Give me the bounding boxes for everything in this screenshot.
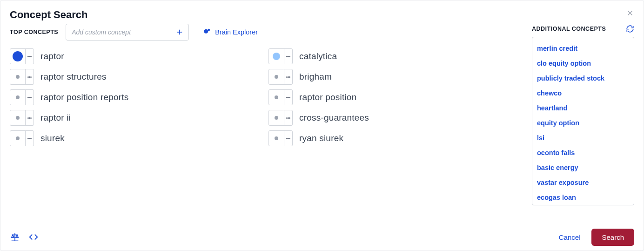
concept-label: raptor position reports xyxy=(40,92,128,102)
additional-concept-item[interactable]: equity option xyxy=(537,115,633,130)
cancel-button[interactable]: Cancel xyxy=(559,233,581,241)
weight-dot-icon xyxy=(273,53,280,60)
concept-weight-toggle[interactable] xyxy=(269,69,284,84)
weight-dot-icon xyxy=(275,75,278,79)
concept-row: catalytica xyxy=(268,46,527,67)
additional-concepts-list[interactable]: merlin creditclo equity optionpublicly t… xyxy=(532,37,634,205)
weight-dot-icon xyxy=(16,95,20,99)
concept-label: raptor xyxy=(40,51,64,61)
concept-weight-toggle[interactable] xyxy=(269,49,284,64)
concept-row: brigham xyxy=(268,67,527,87)
additional-concept-item[interactable]: oconto falls xyxy=(537,145,633,160)
weight-dot-icon xyxy=(275,116,278,120)
concept-menu-button[interactable] xyxy=(25,69,34,84)
additional-concept-item[interactable]: basic energy xyxy=(537,160,633,175)
brain-explorer-link[interactable]: Brain Explorer xyxy=(203,27,258,37)
concept-weight-toggle[interactable] xyxy=(269,131,284,146)
concept-row: raptor xyxy=(10,46,268,67)
concept-menu-button[interactable] xyxy=(25,49,34,64)
concept-label: raptor position xyxy=(299,92,356,102)
concept-row: ryan siurek xyxy=(268,128,527,149)
concept-row: raptor structures xyxy=(10,67,268,87)
additional-concept-item[interactable]: merlin credit xyxy=(537,41,633,56)
concept-label: raptor structures xyxy=(40,72,107,82)
concept-label: ryan siurek xyxy=(299,133,343,143)
weight-dot-icon xyxy=(13,51,23,61)
concept-menu-button[interactable] xyxy=(284,131,292,146)
additional-concepts-label: ADDITIONAL CONCEPTS xyxy=(532,26,606,32)
concept-label: catalytica xyxy=(299,51,337,61)
concept-row: cross-guarantees xyxy=(268,108,527,128)
refresh-icon[interactable] xyxy=(626,25,634,33)
brain-explorer-icon xyxy=(203,27,211,37)
additional-concept-item[interactable]: heartland xyxy=(537,101,633,115)
weight-dot-icon xyxy=(275,136,278,140)
concept-label: siurek xyxy=(40,133,65,143)
concept-menu-button[interactable] xyxy=(284,49,292,64)
additional-concept-item[interactable]: chewco xyxy=(537,86,633,101)
concept-row: raptor position xyxy=(268,87,527,108)
add-concept-input[interactable] xyxy=(71,28,175,36)
concept-weight-toggle[interactable] xyxy=(269,110,284,125)
close-icon[interactable] xyxy=(626,9,634,19)
additional-concept-item[interactable]: clo equity option xyxy=(537,56,633,71)
concept-menu-button[interactable] xyxy=(25,110,34,125)
code-icon[interactable] xyxy=(28,232,39,242)
concept-label: brigham xyxy=(299,72,332,82)
weight-dot-icon xyxy=(16,75,20,79)
weight-dot-icon xyxy=(16,116,20,120)
concept-menu-button[interactable] xyxy=(25,90,34,105)
additional-concept-item[interactable]: vastar exposure xyxy=(537,175,633,190)
add-concept-box[interactable] xyxy=(66,24,189,41)
concept-weight-toggle[interactable] xyxy=(10,131,25,146)
dialog-title: Concept Search xyxy=(10,9,634,21)
concept-menu-button[interactable] xyxy=(25,131,34,146)
concept-row: raptor position reports xyxy=(10,87,268,108)
concept-weight-toggle[interactable] xyxy=(10,90,25,105)
concept-weight-toggle[interactable] xyxy=(10,49,25,64)
additional-concept-item[interactable]: lsi xyxy=(537,130,633,145)
concept-menu-button[interactable] xyxy=(284,110,292,125)
additional-concept-item[interactable]: publicly traded stock xyxy=(537,71,633,86)
concept-weight-toggle[interactable] xyxy=(10,110,25,125)
concept-row: raptor ii xyxy=(10,108,268,128)
concept-menu-button[interactable] xyxy=(284,69,292,84)
scale-icon[interactable] xyxy=(10,232,20,242)
concept-row: siurek xyxy=(10,128,268,149)
concept-label: raptor ii xyxy=(40,113,71,123)
brain-explorer-label: Brain Explorer xyxy=(215,28,258,36)
concept-weight-toggle[interactable] xyxy=(10,69,25,84)
additional-concept-item[interactable]: ecogas loan xyxy=(537,190,633,205)
top-concepts-label: TOP CONCEPTS xyxy=(10,29,58,35)
svg-point-1 xyxy=(208,28,210,31)
concept-label: cross-guarantees xyxy=(299,113,369,123)
add-concept-plus-icon[interactable] xyxy=(175,28,184,36)
weight-dot-icon xyxy=(16,136,20,140)
search-button[interactable]: Search xyxy=(591,229,634,246)
weight-dot-icon xyxy=(275,95,278,99)
svg-point-0 xyxy=(204,29,208,33)
concept-weight-toggle[interactable] xyxy=(269,90,284,105)
concept-menu-button[interactable] xyxy=(284,90,292,105)
